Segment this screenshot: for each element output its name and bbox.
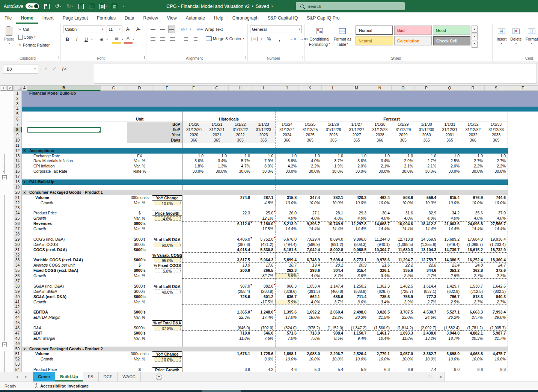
cell-B19[interactable] bbox=[27, 185, 101, 190]
cell-S39[interactable]: (802.3) bbox=[485, 289, 508, 294]
cell-H19[interactable] bbox=[229, 185, 252, 190]
cell-I9[interactable]: 2023 bbox=[252, 133, 275, 138]
cell-T45[interactable] bbox=[508, 320, 538, 326]
cell-T42[interactable] bbox=[508, 305, 538, 310]
cell-Q48[interactable]: 18.7% bbox=[438, 336, 461, 341]
cell-Q19[interactable] bbox=[438, 185, 461, 190]
cell-J47[interactable]: 571.6 bbox=[275, 331, 298, 336]
cell-S45[interactable] bbox=[485, 320, 508, 326]
decrease-indent-icon[interactable] bbox=[181, 35, 190, 42]
row-header-30[interactable]: 30 bbox=[14, 242, 22, 247]
cell-K32[interactable] bbox=[298, 253, 322, 258]
cell-E11[interactable] bbox=[152, 143, 182, 148]
cell-L24[interactable]: 28.1 bbox=[322, 211, 345, 216]
cell-Q13[interactable]: 1.0 bbox=[438, 154, 461, 159]
hscroll-track[interactable] bbox=[445, 372, 538, 381]
cell-H47[interactable]: 719.0 bbox=[229, 331, 252, 336]
format-painter-button[interactable]: ✎Format Painter bbox=[18, 41, 50, 49]
cell-I7[interactable]: 1/1/23 bbox=[252, 122, 275, 127]
cell-N8[interactable]: 31/12/28 bbox=[368, 127, 392, 133]
cell-I53[interactable] bbox=[252, 362, 275, 367]
cell-F52[interactable] bbox=[182, 357, 205, 362]
cell-F14[interactable]: 3.6% bbox=[182, 158, 205, 164]
cell-L51[interactable]: 2,296.7 bbox=[322, 351, 345, 357]
clipboard-dialog-launcher[interactable] bbox=[56, 56, 59, 59]
cancel-icon[interactable]: × bbox=[44, 66, 47, 71]
cell-M28[interactable] bbox=[345, 232, 368, 237]
cell-G8[interactable]: 31/12/21 bbox=[205, 127, 229, 133]
cell-T50[interactable] bbox=[508, 347, 538, 352]
cell-T53[interactable] bbox=[508, 362, 538, 367]
cell-J27[interactable]: 14.4% bbox=[275, 226, 298, 232]
cell-Q53[interactable] bbox=[438, 362, 461, 367]
cell-P35[interactable]: 344.6 bbox=[415, 268, 438, 273]
cell-N40[interactable]: 735.5 bbox=[368, 294, 392, 300]
cell-F34[interactable] bbox=[182, 263, 205, 268]
paste-button[interactable]: Paste▾ bbox=[2, 26, 16, 49]
ribbon-tab-s-p-cap-iq-pro[interactable]: S&P Cap IQ Pro bbox=[302, 12, 344, 24]
cell-G32[interactable] bbox=[205, 253, 229, 258]
cell-T16[interactable] bbox=[508, 169, 538, 174]
band-1-right[interactable] bbox=[182, 91, 538, 96]
cell-O16[interactable]: 30.0% bbox=[392, 169, 415, 174]
cell-E14[interactable] bbox=[152, 158, 182, 164]
column-header-E[interactable]: E bbox=[152, 86, 182, 91]
cell-C10[interactable] bbox=[101, 138, 127, 143]
cell-J46[interactable]: (824.0) bbox=[275, 326, 298, 331]
cell-O30[interactable]: (1,088.5) bbox=[392, 242, 415, 247]
cell-L38[interactable]: 1,147.4 bbox=[322, 284, 345, 289]
merge-center-button[interactable]: ↔Merge & Center▾ bbox=[206, 35, 244, 42]
cell-J22[interactable]: 10.0% bbox=[275, 201, 298, 206]
cell-L34[interactable]: 20.1 bbox=[322, 263, 345, 268]
column-header-M[interactable]: M bbox=[345, 86, 368, 91]
cell-K34[interactable]: 19.4 bbox=[298, 263, 322, 268]
cell-M54[interactable]: 5.9 bbox=[345, 367, 368, 372]
cell-K39[interactable]: (391.3) bbox=[298, 289, 322, 294]
insert-cells-icon[interactable]: ▦▾ bbox=[99, 0, 107, 12]
band-2-right[interactable] bbox=[182, 96, 538, 101]
cell-J45[interactable] bbox=[275, 320, 298, 326]
cell-H48[interactable]: 11.8% bbox=[229, 336, 252, 341]
cell-L37[interactable] bbox=[322, 279, 345, 284]
cell-H11[interactable] bbox=[229, 143, 252, 148]
cell-O42[interactable] bbox=[392, 305, 415, 310]
cell-O47[interactable]: 1,893.3 bbox=[392, 331, 415, 336]
cell-Q30[interactable]: (949.4) bbox=[438, 242, 461, 247]
cell-A22[interactable] bbox=[22, 201, 27, 206]
cell-L22[interactable]: 10.0% bbox=[322, 201, 345, 206]
cell-B45[interactable] bbox=[27, 320, 101, 326]
cell-N36[interactable]: 3.4% bbox=[368, 273, 392, 279]
cell-J49[interactable] bbox=[275, 341, 298, 347]
cell-H53[interactable] bbox=[229, 362, 252, 367]
cell-E30[interactable]: 60.0% bbox=[154, 243, 181, 247]
cell-I26[interactable]: 7,180.0 bbox=[252, 221, 275, 226]
cell-B40[interactable]: SG&A (excl. D&A) bbox=[27, 294, 101, 300]
cell-C16[interactable] bbox=[101, 169, 127, 174]
cell-R44[interactable]: 27.7% bbox=[461, 315, 485, 320]
cell-M52[interactable]: 10.0% bbox=[345, 357, 368, 362]
cell-R9[interactable]: 2032 bbox=[461, 133, 485, 138]
cell-J51[interactable]: 1,898.1 bbox=[275, 351, 298, 357]
row-header-18[interactable]: 18 bbox=[14, 179, 22, 185]
cell-D28[interactable] bbox=[127, 232, 152, 237]
cell-C8[interactable] bbox=[101, 127, 127, 133]
cell-C26[interactable] bbox=[101, 221, 127, 226]
cell-D35[interactable]: $000's bbox=[127, 268, 152, 273]
cell-J16[interactable]: 30.0% bbox=[275, 169, 298, 174]
cell-P17[interactable] bbox=[415, 174, 438, 179]
cell-F7[interactable]: 1/1/20 bbox=[182, 122, 205, 127]
cell-D23[interactable] bbox=[127, 205, 152, 211]
cell-B8[interactable] bbox=[27, 127, 101, 133]
band-1-left[interactable]: Financial Model Build-Up bbox=[27, 91, 182, 96]
cell-D7[interactable] bbox=[127, 122, 152, 127]
cell-I19[interactable] bbox=[252, 185, 275, 190]
cell-T31[interactable] bbox=[508, 247, 538, 253]
cell-A8[interactable] bbox=[22, 127, 27, 133]
cell-E28[interactable] bbox=[152, 232, 182, 237]
cell-N30[interactable]: (940.1) bbox=[368, 242, 392, 247]
row-header-28[interactable]: 28 bbox=[14, 232, 22, 237]
cell-A15[interactable] bbox=[22, 164, 27, 169]
cell-H21[interactable]: 274.0 bbox=[229, 195, 252, 201]
cell-style-bad[interactable]: Bad bbox=[394, 26, 432, 35]
cell-O21[interactable]: 508.6 bbox=[392, 195, 415, 201]
